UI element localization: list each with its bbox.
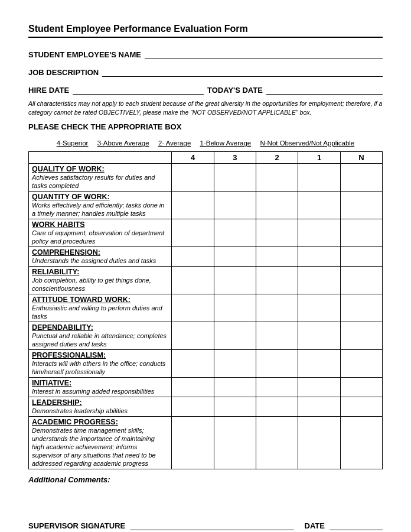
category-desc-2: Care of equipment, observation of depart…: [32, 229, 164, 245]
table-row: WORK HABITSCare of equipment, observatio…: [29, 219, 383, 247]
rating-cell-1-6[interactable]: [298, 322, 340, 350]
category-desc-1: Works effectively and efficiently; tasks…: [32, 202, 164, 217]
category-desc-7: Interacts will with others in the office…: [32, 360, 165, 375]
legend-3: 3-Above Average: [97, 140, 149, 147]
rating-cell-2-5[interactable]: [256, 294, 298, 322]
rating-cell-2-4[interactable]: [256, 267, 298, 294]
rating-cell-1-4[interactable]: [298, 267, 340, 294]
rating-cell-4-2[interactable]: [172, 219, 214, 247]
category-name-3: COMPREHENSION:: [32, 248, 100, 257]
job-description-label: JOB DESCRIPTION: [28, 68, 99, 77]
legend-2: 2- Average: [158, 140, 191, 147]
rating-cell-N-2[interactable]: [340, 219, 382, 247]
rating-cell-1-5[interactable]: [298, 294, 340, 322]
category-cell-8: INITIATIVE:Interest in assuming added re…: [29, 378, 172, 397]
rating-cell-N-0[interactable]: [340, 164, 382, 192]
rating-cell-N-6[interactable]: [340, 322, 382, 350]
rating-cell-3-5[interactable]: [214, 294, 256, 322]
rating-cell-3-10[interactable]: [214, 417, 256, 469]
rating-cell-N-10[interactable]: [340, 417, 382, 469]
rating-cell-4-3[interactable]: [172, 247, 214, 267]
table-row: INITIATIVE:Interest in assuming added re…: [29, 378, 383, 397]
hire-date-half: HIRE DATE: [28, 84, 204, 95]
rating-cell-3-2[interactable]: [214, 219, 256, 247]
rating-legend: 4-Superior 3-Above Average 2- Average 1-…: [28, 140, 383, 147]
category-desc-6: Punctual and reliable in attendance; com…: [32, 332, 167, 348]
rating-cell-N-8[interactable]: [340, 378, 382, 397]
rating-cell-3-4[interactable]: [214, 267, 256, 294]
rating-cell-3-3[interactable]: [214, 247, 256, 267]
category-cell-0: QUALITY OF WORK:Achieves satisfactory re…: [29, 164, 172, 192]
hire-date-label: HIRE DATE: [28, 86, 69, 95]
supervisor-date-line: [330, 520, 383, 530]
rating-cell-2-10[interactable]: [256, 417, 298, 469]
rating-cell-N-7[interactable]: [340, 350, 382, 378]
rating-cell-4-0[interactable]: [172, 164, 214, 192]
rating-cell-1-7[interactable]: [298, 350, 340, 378]
rating-cell-2-0[interactable]: [256, 164, 298, 192]
category-desc-10: Demonstrates time management skills; und…: [32, 427, 156, 467]
rating-cell-4-7[interactable]: [172, 350, 214, 378]
signature-section: SUPERVISOR SIGNATURE DATE STUDENT SIGNAT…: [28, 520, 383, 532]
rating-cell-N-3[interactable]: [340, 247, 382, 267]
category-desc-3: Understands the assigned duties and task…: [32, 257, 156, 264]
category-desc-4: Job completion, ability to get things do…: [32, 277, 151, 292]
category-cell-9: LEADERSHIP:Demonstrates leadership abili…: [29, 397, 172, 417]
category-name-6: DEPENDABILITY:: [32, 323, 93, 332]
category-name-8: INITIATIVE:: [32, 379, 71, 387]
rating-cell-N-5[interactable]: [340, 294, 382, 322]
rating-cell-1-1[interactable]: [298, 192, 340, 219]
desc-header: [29, 152, 172, 164]
table-row: RELIABILITY:Job completion, ability to g…: [29, 267, 383, 294]
rating-cell-N-1[interactable]: [340, 192, 382, 219]
rating-cell-1-8[interactable]: [298, 378, 340, 397]
rating-cell-4-9[interactable]: [172, 397, 214, 417]
rating-cell-2-7[interactable]: [256, 350, 298, 378]
rating-cell-3-7[interactable]: [214, 350, 256, 378]
rating-cell-1-2[interactable]: [298, 219, 340, 247]
table-row: LEADERSHIP:Demonstrates leadership abili…: [29, 397, 383, 417]
rating-cell-3-0[interactable]: [214, 164, 256, 192]
rating-cell-1-9[interactable]: [298, 397, 340, 417]
rating-cell-1-3[interactable]: [298, 247, 340, 267]
rating-cell-2-2[interactable]: [256, 219, 298, 247]
rating-cell-2-1[interactable]: [256, 192, 298, 219]
rating-cell-4-5[interactable]: [172, 294, 214, 322]
rating-cell-4-10[interactable]: [172, 417, 214, 469]
category-cell-6: DEPENDABILITY:Punctual and reliable in a…: [29, 322, 172, 350]
rating-cell-1-10[interactable]: [298, 417, 340, 469]
form-title: Student Employee Performance Evaluation …: [28, 24, 383, 38]
supervisor-sig-row: SUPERVISOR SIGNATURE DATE: [28, 520, 383, 530]
category-cell-3: COMPREHENSION:Understands the assigned d…: [29, 247, 172, 267]
category-name-1: QUANTITY OF WORK:: [32, 193, 110, 201]
category-desc-0: Achieves satisfactory results for duties…: [32, 174, 155, 189]
rating-cell-2-6[interactable]: [256, 322, 298, 350]
rating-cell-4-1[interactable]: [172, 192, 214, 219]
student-name-row: STUDENT EMPLOYEE'S NAME: [28, 48, 383, 59]
legend-1: 1-Below Average: [200, 140, 252, 147]
rating-cell-4-6[interactable]: [172, 322, 214, 350]
col-header-4: 4: [172, 152, 214, 164]
rating-cell-N-9[interactable]: [340, 397, 382, 417]
col-header-1: 1: [298, 152, 340, 164]
table-row: PROFESSIONALISM:Interacts will with othe…: [29, 350, 383, 378]
job-description-line: [102, 66, 383, 77]
rating-cell-3-6[interactable]: [214, 322, 256, 350]
rating-cell-4-8[interactable]: [172, 378, 214, 397]
table-row: DEPENDABILITY:Punctual and reliable in a…: [29, 322, 383, 350]
category-name-0: QUALITY OF WORK:: [32, 165, 105, 173]
rating-cell-2-8[interactable]: [256, 378, 298, 397]
rating-cell-4-4[interactable]: [172, 267, 214, 294]
rating-cell-3-9[interactable]: [214, 397, 256, 417]
col-header-2: 2: [256, 152, 298, 164]
col-header-3: 3: [214, 152, 256, 164]
table-row: ACADEMIC PROGRESS:Demonstrates time mana…: [29, 417, 383, 469]
rating-cell-3-1[interactable]: [214, 192, 256, 219]
rating-cell-2-9[interactable]: [256, 397, 298, 417]
rating-cell-N-4[interactable]: [340, 267, 382, 294]
rating-cell-3-8[interactable]: [214, 378, 256, 397]
category-cell-5: ATTITUDE TOWARD WORK:Enthusiastic and wi…: [29, 294, 172, 322]
evaluation-table: 4 3 2 1 N QUALITY OF WORK:Achieves satis…: [28, 151, 383, 469]
rating-cell-2-3[interactable]: [256, 247, 298, 267]
rating-cell-1-0[interactable]: [298, 164, 340, 192]
